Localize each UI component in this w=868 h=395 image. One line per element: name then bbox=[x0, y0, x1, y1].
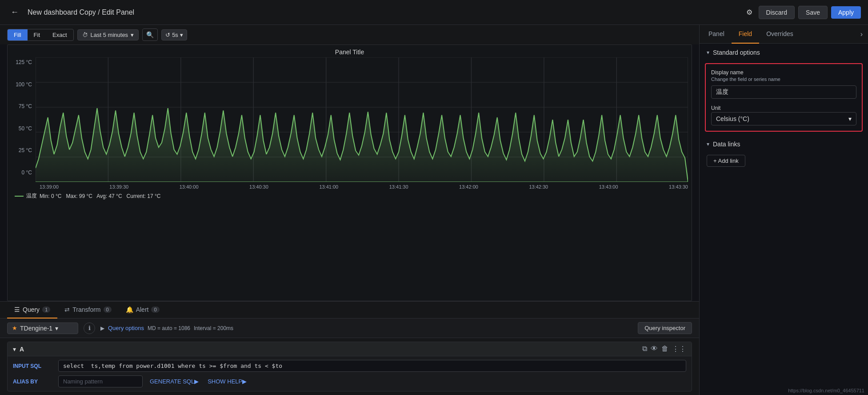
topbar: ← New dashboard Copy / Edit Panel ⚙ Disc… bbox=[0, 0, 868, 25]
alias-by-row: ALIAS BY GENERATE SQL▶ SHOW HELP▶ bbox=[13, 375, 686, 387]
right-panel: Panel Field Overrides › ▾ Standard optio… bbox=[699, 25, 868, 395]
chart-title: Panel Title bbox=[8, 45, 692, 57]
add-link-button[interactable]: + Add link bbox=[707, 155, 745, 167]
fill-button[interactable]: Fill bbox=[8, 29, 28, 40]
alert-tab-badge: 0 bbox=[151, 306, 159, 313]
toggle-visibility-icon[interactable]: 👁 bbox=[651, 345, 658, 353]
x-label-4: 13:40:30 bbox=[249, 184, 268, 189]
input-sql-row: INPUT SQL bbox=[13, 360, 686, 372]
alert-tab-label: Alert bbox=[136, 306, 149, 313]
page-title: New dashboard Copy / Edit Panel bbox=[28, 8, 738, 16]
query-block-a: ▾ A ⧉ 👁 🗑 ⋮⋮ INPUT SQL ALIAS B bbox=[7, 342, 692, 391]
unit-select[interactable]: Celsius (°C) ▾ bbox=[711, 112, 856, 125]
query-block-header-a: ▾ A ⧉ 👁 🗑 ⋮⋮ bbox=[8, 342, 692, 356]
y-label-0: 0 °C bbox=[13, 169, 32, 176]
time-range-picker[interactable]: ⏱ Last 5 minutes ▾ bbox=[77, 29, 139, 40]
right-tabs: Panel Field Overrides › bbox=[700, 25, 868, 44]
panel-tab-label: Panel bbox=[708, 30, 724, 37]
query-panel: ☰ Query 1 ⇄ Transform 0 🔔 Alert 0 bbox=[0, 301, 699, 395]
refresh-button[interactable]: ↺ 5s ▾ bbox=[161, 29, 187, 40]
datasource-selector[interactable]: ★ TDengine-1 ▾ bbox=[7, 322, 78, 334]
query-inspector-button[interactable]: Query inspector bbox=[638, 322, 692, 334]
unit-value: Celsius (°C) bbox=[716, 115, 749, 122]
y-label-25: 25 °C bbox=[13, 147, 32, 153]
apply-button[interactable]: Apply bbox=[831, 6, 861, 19]
right-panel-expand-button[interactable]: › bbox=[857, 28, 866, 40]
fill-fit-exact-group: Fill Fit Exact bbox=[7, 29, 74, 41]
legend-color-swatch bbox=[15, 196, 24, 197]
query-block-letter: A bbox=[20, 346, 24, 353]
generate-sql-button[interactable]: GENERATE SQL▶ bbox=[148, 378, 200, 385]
query-options-label[interactable]: Query options bbox=[108, 325, 144, 331]
chart-legend: 温度 Min: 0 °C Max: 99 °C Avg: 47 °C Curre… bbox=[8, 190, 692, 203]
transform-tab-badge: 0 bbox=[104, 306, 112, 313]
standard-options-header[interactable]: ▾ Standard options bbox=[700, 44, 868, 60]
chart-toolbar: Fill Fit Exact ⏱ Last 5 minutes ▾ 🔍 ↺ 5s… bbox=[0, 25, 699, 44]
overrides-tab-label: Overrides bbox=[766, 30, 793, 37]
display-name-label: Display name bbox=[711, 69, 856, 76]
x-label-2: 13:39:30 bbox=[109, 184, 128, 189]
discard-button[interactable]: Discard bbox=[759, 6, 795, 19]
query-collapse-chevron[interactable]: ▾ bbox=[13, 346, 16, 353]
x-label-3: 13:40:00 bbox=[180, 184, 199, 189]
query-block-actions: ⧉ 👁 🗑 ⋮⋮ bbox=[642, 345, 686, 353]
exact-button[interactable]: Exact bbox=[46, 29, 73, 40]
footer-url: https://blog.csdn.net/m0_46455711 bbox=[788, 388, 864, 393]
tab-alert[interactable]: 🔔 Alert 0 bbox=[119, 302, 167, 318]
alias-by-field[interactable] bbox=[58, 375, 143, 387]
query-tab-badge: 1 bbox=[42, 306, 50, 313]
chart-container: Panel Title 125 °C 100 °C 75 °C 50 °C 25… bbox=[7, 44, 692, 301]
delete-query-icon[interactable]: 🗑 bbox=[661, 345, 668, 353]
time-icon: ⏱ bbox=[82, 32, 88, 38]
x-label-8: 13:42:30 bbox=[529, 184, 548, 189]
x-label-10: 13:43:30 bbox=[669, 184, 688, 189]
save-button[interactable]: Save bbox=[798, 6, 828, 19]
tab-transform[interactable]: ⇄ Transform 0 bbox=[57, 302, 118, 318]
refresh-chevron-icon: ▾ bbox=[180, 32, 183, 38]
data-links-header[interactable]: ▾ Data links bbox=[700, 135, 868, 151]
query-tabs: ☰ Query 1 ⇄ Transform 0 🔔 Alert 0 bbox=[0, 302, 699, 318]
refresh-icon: ↺ bbox=[165, 32, 170, 38]
show-help-button[interactable]: SHOW HELP▶ bbox=[206, 378, 248, 385]
tab-field[interactable]: Field bbox=[732, 25, 759, 44]
time-chevron-icon: ▾ bbox=[131, 32, 134, 38]
data-links-label: Data links bbox=[713, 141, 740, 148]
tab-panel[interactable]: Panel bbox=[701, 25, 732, 44]
datasource-name: TDengine-1 bbox=[20, 325, 52, 332]
input-sql-label: INPUT SQL bbox=[13, 363, 53, 369]
query-md-meta: MD = auto = 1086 bbox=[148, 325, 190, 331]
query-block-body-a: INPUT SQL ALIAS BY GENERATE SQL▶ SHOW HE… bbox=[8, 356, 692, 391]
y-label-75: 75 °C bbox=[13, 103, 32, 109]
back-button[interactable]: ← bbox=[7, 6, 22, 19]
topbar-actions: ⚙ Discard Save Apply bbox=[744, 5, 861, 19]
chart-svg bbox=[36, 57, 688, 182]
fit-button[interactable]: Fit bbox=[28, 29, 46, 40]
x-label-1: 13:39:00 bbox=[40, 184, 59, 189]
refresh-interval: 5s bbox=[172, 32, 178, 38]
x-label-5: 13:41:00 bbox=[319, 184, 338, 189]
standard-options-label: Standard options bbox=[713, 49, 760, 56]
y-label-50: 50 °C bbox=[13, 125, 32, 132]
y-label-100: 100 °C bbox=[13, 81, 32, 88]
time-range-label: Last 5 minutes bbox=[91, 32, 128, 38]
query-options-row: ▶ Query options MD = auto = 1086 Interva… bbox=[100, 325, 632, 331]
tab-query[interactable]: ☰ Query 1 bbox=[7, 302, 57, 318]
unit-chevron-icon: ▾ bbox=[848, 115, 852, 122]
query-options-chevron-icon: ▶ bbox=[100, 325, 104, 331]
query-tab-label: Query bbox=[23, 306, 40, 313]
display-name-input[interactable] bbox=[711, 85, 856, 99]
legend-stats: Min: 0 °C Max: 99 °C Avg: 47 °C Current:… bbox=[40, 193, 160, 199]
display-name-sublabel: Change the field or series name bbox=[711, 77, 856, 82]
datasource-star-icon: ★ bbox=[12, 325, 17, 331]
zoom-out-button[interactable]: 🔍 bbox=[142, 28, 158, 41]
legend-series-name: 温度 bbox=[26, 192, 37, 200]
datasource-info-button[interactable]: ℹ bbox=[84, 322, 95, 334]
settings-icon-button[interactable]: ⚙ bbox=[744, 5, 755, 19]
input-sql-field[interactable] bbox=[58, 360, 686, 372]
drag-handle-icon[interactable]: ⋮⋮ bbox=[672, 345, 686, 353]
x-label-6: 13:41:30 bbox=[389, 184, 408, 189]
copy-query-icon[interactable]: ⧉ bbox=[642, 345, 647, 353]
data-links-content: + Add link bbox=[700, 151, 868, 170]
tab-overrides[interactable]: Overrides bbox=[759, 25, 800, 44]
datasource-row: ★ TDengine-1 ▾ ℹ ▶ Query options MD = au… bbox=[0, 318, 699, 338]
